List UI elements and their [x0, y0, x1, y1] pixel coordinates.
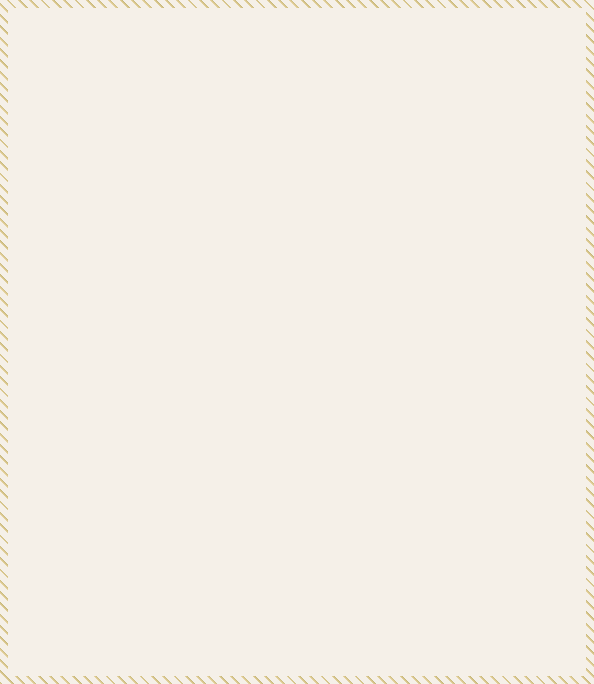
cal-day[interactable]: 9	[527, 117, 552, 155]
cal-day[interactable]: 17	[553, 155, 578, 193]
cal-day[interactable]: 27	[451, 236, 476, 285]
cal-day[interactable]: 12	[425, 155, 450, 193]
cal-day[interactable]	[425, 79, 450, 117]
featured-more[interactable]: 全部>	[366, 166, 384, 176]
cal-day[interactable]: 5	[425, 117, 450, 155]
font-sub-2: 简的开始	[24, 168, 97, 179]
quick-icon-shop[interactable]: 🛒 淘宝专区	[308, 124, 332, 156]
cal-day[interactable]: 22	[502, 193, 527, 236]
appstore2-share-btn[interactable]: 分享	[12, 397, 44, 414]
finance2-circle: 💰	[94, 558, 116, 580]
article-back-btn[interactable]: ‹	[210, 362, 215, 378]
cal-day[interactable]: 18	[400, 193, 425, 236]
cal-day[interactable]: 7	[476, 117, 501, 155]
theme-block-4[interactable]: 🔒锁屏样式	[18, 276, 192, 300]
font-card-1[interactable]: iMEZOS 柔みの彩色 柔みの彩色	[107, 101, 192, 140]
cal-day[interactable]: 8	[502, 117, 527, 155]
game-icon-2[interactable]: 🏆	[278, 291, 308, 321]
cal-day[interactable]: 11	[400, 155, 425, 193]
cal-fab-btn[interactable]: +	[552, 297, 574, 319]
cal-day[interactable]: 10	[553, 117, 578, 155]
cal-day[interactable]: 4	[400, 117, 425, 155]
cal-day[interactable]: 31	[553, 236, 578, 285]
cal-day[interactable]: 19	[425, 193, 450, 236]
cal-day[interactable]: 14	[476, 155, 501, 193]
quick-icon2-games[interactable]: 🎮 热门游戏	[12, 462, 198, 494]
featured-games-more[interactable]: 全部>	[366, 277, 384, 287]
article-header-bar: ‹ 5月22日 16:58 ⬆	[204, 359, 390, 381]
tab2-special[interactable]: 专题	[61, 424, 77, 434]
theme-icon-4: 🔒	[26, 283, 37, 293]
cal-more-icon[interactable]: ⋮	[481, 316, 497, 335]
quick-icon2-finance[interactable]: 💰 金融理财	[12, 558, 198, 590]
app-btn-1[interactable]: 下载	[360, 219, 384, 231]
cal-day[interactable]: 26	[425, 236, 450, 285]
cal-day[interactable]: 5	[502, 285, 527, 323]
theme-block-3[interactable]: Aa字体	[18, 250, 192, 274]
storage-header-btn[interactable]: 安全万能机	[529, 364, 574, 376]
app2-row-2: 知 知乎 10.2MB 下载	[12, 664, 198, 672]
article-home-icon[interactable]: 🏠	[221, 654, 236, 668]
game-icon-1[interactable]: 倩	[244, 291, 274, 321]
app2-name-1: 随手记	[44, 642, 170, 653]
font-card-3[interactable]: MEOS 女彩 开始 女彩 开始	[107, 144, 192, 193]
tab-category[interactable]: 分类	[242, 53, 258, 66]
appstore-share-btn[interactable]: 分享	[360, 34, 384, 46]
status-icons-1: 🔋	[183, 15, 192, 23]
tab-special[interactable]: 专题	[266, 53, 282, 66]
status-signal: 📶	[18, 15, 27, 23]
cal-day[interactable]: 15	[502, 155, 527, 193]
cal-today-btn[interactable]: 今天	[552, 38, 576, 50]
app2-info-0: 严选 13.2MB	[44, 614, 170, 631]
quick-icon2-women[interactable]: 👧 女人专区	[12, 494, 198, 526]
quick-icon-women[interactable]: 👧 女人专区	[262, 124, 286, 156]
theme-block-2[interactable]: ✿塑标	[18, 224, 192, 248]
app2-btn-1[interactable]: 下载	[174, 644, 198, 656]
app-btn-0[interactable]: 下载	[360, 188, 384, 200]
back-arrow[interactable]: ‹	[20, 30, 24, 44]
cal-day[interactable]	[400, 79, 425, 117]
tab2-category[interactable]: 分类	[40, 424, 56, 435]
font-card-2[interactable]: MEOS 简的开始 简的开始 标准	[18, 144, 103, 193]
cal-day[interactable]: 23	[527, 193, 552, 236]
quick-icon-finance[interactable]: 💰 金融理财	[353, 124, 377, 156]
cal-day[interactable]	[451, 79, 476, 117]
cal-day[interactable]: 16	[527, 155, 552, 193]
article-trash-icon[interactable]: 🗑	[315, 654, 327, 668]
app2-btn-0[interactable]: 下载	[174, 616, 198, 628]
article-share-btn[interactable]: ⬆	[376, 365, 384, 376]
article-square-icon[interactable]: ◻	[270, 654, 280, 668]
theme-block-1[interactable]: ▪原标	[18, 198, 192, 222]
featured-title: 精品应用	[210, 164, 246, 177]
quick-icon2-shop[interactable]: 🛒 淘宝专区	[12, 526, 198, 558]
font-card-0[interactable]: MIUI5 美彩开始 美彩开始	[18, 101, 103, 140]
cal-day[interactable]: 3	[451, 285, 476, 323]
cal-day[interactable]	[476, 79, 501, 117]
appstore-tabs: 排行榜 分类 专题	[210, 53, 384, 66]
shop-label: 淘宝专区	[308, 147, 332, 156]
cal-day[interactable]: 21	[476, 193, 501, 236]
calendar-header: 2017 7月 今天	[396, 26, 582, 63]
app2-icon-0: 🛡	[12, 608, 40, 636]
cal-day[interactable]: 2	[425, 285, 450, 323]
cal-day[interactable]: 30	[527, 236, 552, 285]
clean-icon: 🌿	[473, 653, 484, 663]
article-more-icon[interactable]: ⋮	[361, 654, 373, 668]
cal-day[interactable]: 6	[451, 117, 476, 155]
tab2-ranking[interactable]: 排行榜	[12, 424, 36, 434]
quick-icon-games[interactable]: 🎮 热门游戏	[217, 124, 241, 156]
cal-day[interactable]: 13	[451, 155, 476, 193]
cal-day[interactable]: 28	[476, 236, 501, 285]
tab-ranking[interactable]: 排行榜	[210, 53, 234, 66]
game-icon-0[interactable]: ⚔	[210, 291, 240, 321]
cal-day[interactable]: 1	[502, 79, 527, 117]
cal-day[interactable]: 24	[553, 193, 578, 236]
cal-day[interactable]: 1	[400, 285, 425, 323]
cal-day[interactable]: 29	[502, 236, 527, 285]
app-btn-2[interactable]: 下载	[360, 250, 384, 262]
cal-day[interactable]: 25	[400, 236, 425, 285]
cal-day[interactable]: 3	[553, 79, 578, 117]
featured2-more[interactable]: 全部>	[52, 598, 70, 605]
cal-day[interactable]: 20	[451, 193, 476, 236]
cal-day[interactable]: 2	[527, 79, 552, 117]
